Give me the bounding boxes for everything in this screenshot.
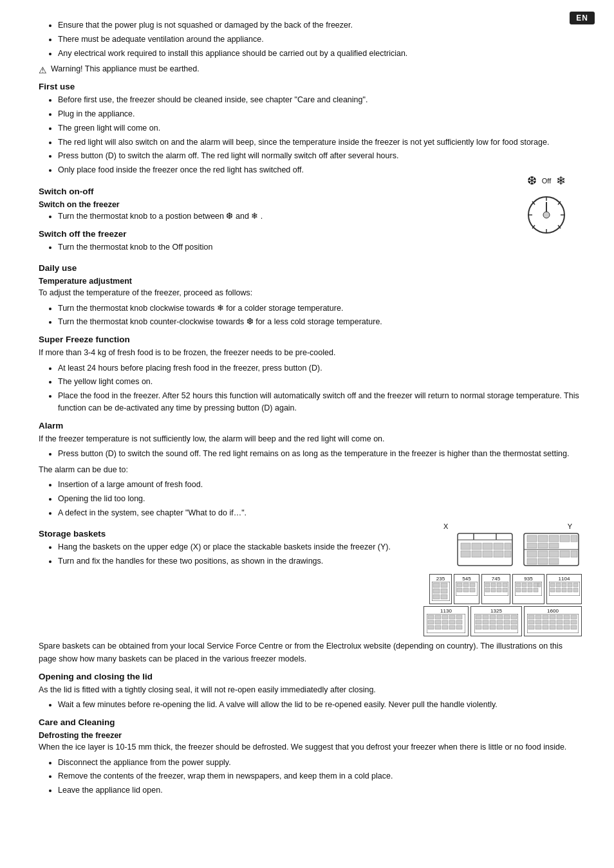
baskets-bullets: Hang the baskets on the upper edge (X) o…: [39, 541, 434, 568]
svg-rect-110: [476, 620, 481, 624]
bullet-item: Turn the thermostat knob counter-clockwi…: [58, 316, 582, 328]
model-1104: 1104: [546, 574, 582, 604]
warning-line: ⚠ Warning! This appliance must be earthe…: [39, 64, 582, 75]
svg-rect-139: [543, 625, 548, 629]
svg-rect-74: [528, 588, 532, 592]
svg-rect-91: [449, 615, 455, 619]
svg-rect-20: [483, 551, 492, 557]
svg-rect-135: [564, 620, 570, 624]
svg-rect-19: [472, 551, 481, 557]
svg-rect-108: [504, 615, 510, 619]
basket-x-label: X: [443, 522, 448, 530]
svg-rect-53: [470, 583, 475, 587]
svg-rect-106: [490, 615, 496, 619]
svg-rect-64: [497, 588, 501, 592]
svg-rect-141: [557, 625, 563, 629]
svg-rect-96: [449, 620, 455, 624]
svg-rect-109: [511, 615, 517, 619]
temp-adj-intro: To adjust the temperature of the freezer…: [39, 287, 582, 299]
svg-rect-73: [522, 588, 526, 592]
alarm-due-to: The alarm can be due to:: [39, 464, 582, 476]
model-1600: 1600: [524, 606, 582, 636]
svg-rect-100: [442, 625, 448, 629]
bullet-item: Turn the thermostat knob clockwise towar…: [58, 302, 582, 315]
svg-rect-36: [538, 551, 548, 557]
svg-rect-49: [441, 595, 447, 599]
bullet-item: Press button (D) to switch the sound off…: [58, 448, 582, 460]
svg-rect-82: [550, 588, 555, 592]
svg-rect-71: [538, 583, 541, 587]
svg-rect-120: [504, 625, 510, 629]
model-label: 745: [483, 576, 508, 582]
model-diagrams-row1: 235 545: [429, 574, 582, 604]
defrosting-heading: Defrosting the freezer: [39, 731, 582, 740]
model-745: 745: [481, 574, 510, 604]
svg-rect-47: [441, 589, 447, 593]
svg-rect-63: [491, 588, 496, 592]
opening-closing-intro: As the lid is fitted with a tightly clos…: [39, 684, 582, 696]
model-935: 935: [512, 574, 544, 604]
svg-rect-98: [428, 625, 434, 629]
svg-rect-112: [490, 620, 496, 624]
temp-adj-bullets: Turn the thermostat knob clockwise towar…: [39, 302, 582, 329]
svg-rect-44: [433, 583, 440, 587]
svg-rect-13: [461, 543, 470, 549]
model-235: 235: [429, 574, 452, 604]
svg-rect-132: [543, 620, 548, 624]
svg-rect-60: [497, 583, 501, 587]
svg-rect-97: [456, 620, 462, 624]
off-label: Off: [542, 177, 551, 185]
alarm-section: Alarm If the freezer temperature is not …: [39, 421, 582, 519]
model-label: 935: [514, 576, 543, 582]
svg-rect-117: [483, 625, 488, 629]
svg-rect-124: [535, 615, 541, 619]
opening-closing-bullets: Wait a few minutes before re-opening the…: [39, 699, 582, 711]
svg-rect-114: [504, 620, 510, 624]
model-545: 545: [454, 574, 479, 604]
svg-rect-51: [457, 583, 462, 587]
bullet-item: The yellow light comes on.: [58, 376, 582, 388]
svg-rect-37: [549, 551, 559, 557]
baskets-heading: Storage baskets: [39, 529, 434, 539]
svg-rect-93: [428, 620, 434, 624]
bullet-item: Hang the baskets on the upper edge (X) o…: [58, 541, 434, 553]
bullet-item: Place the food in the freezer. After 52 …: [58, 390, 582, 414]
super-freeze-bullets: At least 24 hours before placing fresh f…: [39, 362, 582, 414]
svg-rect-121: [511, 625, 517, 629]
svg-rect-138: [535, 625, 541, 629]
svg-rect-62: [485, 588, 490, 592]
svg-rect-107: [497, 615, 503, 619]
svg-rect-84: [562, 588, 566, 592]
baskets-diagram: X Y: [440, 522, 582, 636]
svg-rect-133: [550, 620, 555, 624]
svg-rect-69: [528, 583, 532, 587]
svg-rect-143: [571, 625, 577, 629]
bullet-item: The red light will also switch on and th…: [58, 136, 582, 149]
svg-rect-142: [564, 625, 570, 629]
svg-rect-101: [449, 625, 455, 629]
svg-rect-38: [560, 551, 570, 557]
svg-rect-81: [573, 583, 578, 587]
daily-use-heading: Daily use: [39, 263, 582, 273]
basket-x-svg: [454, 530, 516, 569]
svg-rect-21: [494, 551, 503, 557]
svg-rect-115: [511, 620, 517, 624]
care-cleaning-bullets: Disconnect the appliance from the power …: [39, 757, 582, 797]
svg-rect-99: [435, 625, 441, 629]
bullet-item: At least 24 hours before placing fresh f…: [58, 362, 582, 374]
basket-y-svg: [521, 530, 582, 569]
svg-rect-32: [527, 543, 537, 548]
svg-rect-126: [550, 615, 555, 619]
svg-rect-88: [428, 615, 434, 619]
snowflake-left-icon: ❆: [527, 174, 537, 188]
svg-rect-59: [491, 583, 496, 587]
svg-rect-29: [549, 535, 559, 542]
super-freeze-section: Super Freeze function If more than 3-4 k…: [39, 335, 582, 414]
svg-rect-15: [483, 543, 492, 549]
svg-rect-127: [557, 615, 563, 619]
basket-illustrations: [454, 530, 582, 569]
switch-text: Switch on-off Switch on the freezer Turn…: [39, 180, 505, 257]
baskets-text: Storage baskets Hang the baskets on the …: [39, 522, 434, 571]
bullet-item: There must be adequate ventilation aroun…: [58, 33, 582, 46]
svg-rect-129: [571, 615, 577, 619]
